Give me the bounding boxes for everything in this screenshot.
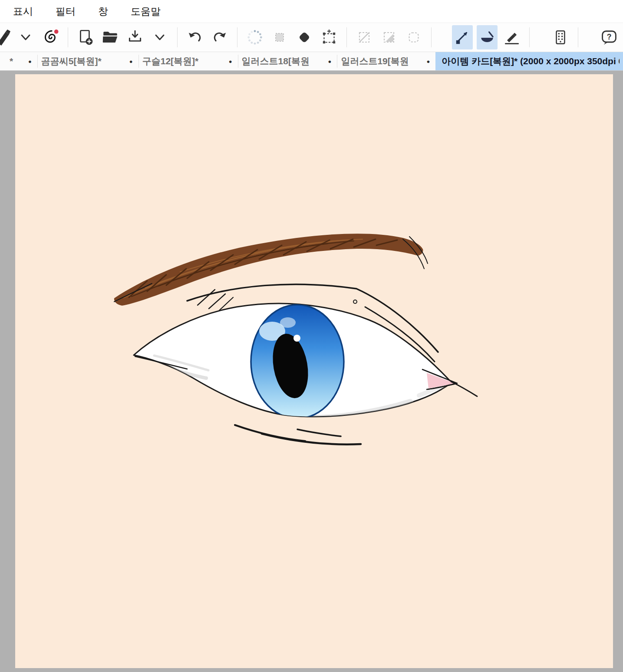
tool-options-chevron[interactable]	[15, 25, 36, 49]
toolbar-separator	[237, 27, 237, 47]
ruler-pen-icon	[503, 28, 521, 46]
transform-icon	[320, 28, 338, 46]
brush-spiral-icon	[41, 28, 59, 46]
save-export-icon	[126, 28, 144, 46]
tab-document-2[interactable]: 구슬12[복원]*	[139, 52, 223, 70]
redo-icon	[211, 28, 229, 46]
toolbar-separator	[177, 27, 178, 47]
new-canvas-button[interactable]	[75, 25, 96, 49]
tab-label-active: 아이템 카드[복원]* (2000 x 2000px 350dpi 68.4%	[442, 55, 620, 67]
menu-view[interactable]: 표시	[13, 5, 33, 18]
pen-tool-icon	[0, 29, 11, 46]
tab-document-active[interactable]: 아이템 카드[복원]* (2000 x 2000px 350dpi 68.4%	[435, 52, 623, 70]
material-panel-icon	[551, 28, 570, 46]
selection-fill-icon	[380, 29, 398, 46]
redo-button[interactable]	[209, 25, 230, 49]
undo-button[interactable]	[185, 25, 205, 49]
iris-cloud-highlight	[280, 317, 296, 328]
paint-app-window: 표시 필터 창 도움말	[0, 0, 623, 672]
tab-document-4[interactable]: 일러스트19[복원	[337, 52, 421, 70]
svg-text:?: ?	[607, 33, 612, 41]
tab-label: 일러스트19[복원	[341, 55, 409, 67]
menu-window[interactable]: 창	[98, 5, 108, 18]
snap-line-tool-icon	[453, 28, 471, 46]
tab-document-3[interactable]: 일러스트18[복원	[238, 52, 323, 70]
tab-modified-dot: ●	[421, 52, 435, 70]
eraser-icon	[295, 28, 313, 46]
workspace	[0, 71, 623, 672]
lower-lashes	[235, 425, 361, 445]
save-options-chevron-icon	[151, 29, 168, 46]
menu-help[interactable]: 도움말	[131, 5, 161, 18]
transform-button[interactable]	[319, 25, 340, 49]
tab-document-1[interactable]: 곰곰씨5[복원]*	[38, 52, 124, 70]
busy-spinner-icon	[245, 28, 264, 47]
toolbar-separator	[68, 27, 68, 47]
save-options-button[interactable]	[149, 25, 170, 49]
toolbar-separator	[578, 27, 578, 47]
tab-label: 일러스트18[복원	[242, 55, 310, 67]
brush-spiral-button[interactable]	[40, 25, 61, 49]
toolbar-separator	[431, 27, 432, 47]
tab-document-0[interactable]: *	[0, 52, 23, 70]
selection-preview-button	[269, 25, 290, 49]
selection-line-button	[354, 25, 375, 49]
tab-label: *	[10, 56, 13, 66]
material-panel-button[interactable]	[550, 25, 571, 49]
toolbar-separator	[529, 27, 530, 47]
selection-line-icon	[356, 29, 373, 46]
help-icon: ?	[600, 28, 619, 47]
new-canvas-icon	[76, 28, 95, 46]
pen-tool-button[interactable]	[0, 25, 11, 49]
selection-rounded-button	[403, 25, 424, 49]
open-folder-icon	[101, 28, 119, 46]
busy-spinner	[244, 25, 265, 49]
toolbar: ?	[0, 23, 623, 52]
notification-badge	[54, 30, 59, 34]
pupil-highlight	[293, 335, 300, 342]
menu-bar: 표시 필터 창 도움말	[0, 0, 623, 23]
ruler-pen-button[interactable]	[501, 25, 522, 49]
tab-label: 구슬12[복원]*	[142, 55, 199, 67]
help-button[interactable]: ?	[599, 25, 620, 49]
open-file-button[interactable]	[100, 25, 121, 49]
brush-tool-button[interactable]	[477, 25, 498, 49]
save-export-button[interactable]	[125, 25, 145, 49]
eyebrow	[114, 234, 428, 306]
eraser-button[interactable]	[294, 25, 315, 49]
eye-artwork	[15, 74, 613, 668]
document-tab-bar: * ● 곰곰씨5[복원]* ● 구슬12[복원]* ● 일러스트18[복원 ● …	[0, 52, 623, 71]
selection-preview-icon	[271, 29, 288, 46]
selection-fill-button	[379, 25, 399, 49]
menu-filter[interactable]: 필터	[56, 5, 76, 18]
drawing-canvas[interactable]	[15, 74, 613, 668]
tab-modified-dot: ●	[124, 52, 138, 70]
chevron-down-icon	[17, 29, 34, 46]
tab-label: 곰곰씨5[복원]*	[41, 55, 102, 67]
selection-rounded-icon	[405, 29, 422, 46]
iris-group	[251, 305, 344, 418]
brush-tool-icon	[478, 28, 496, 46]
toolbar-separator	[346, 27, 347, 47]
tab-modified-dot: ●	[223, 52, 238, 70]
undo-icon	[186, 28, 204, 46]
tab-modified-dot: ●	[23, 52, 37, 70]
snap-line-tool-button[interactable]	[452, 25, 473, 49]
tab-modified-dot: ●	[323, 52, 337, 70]
